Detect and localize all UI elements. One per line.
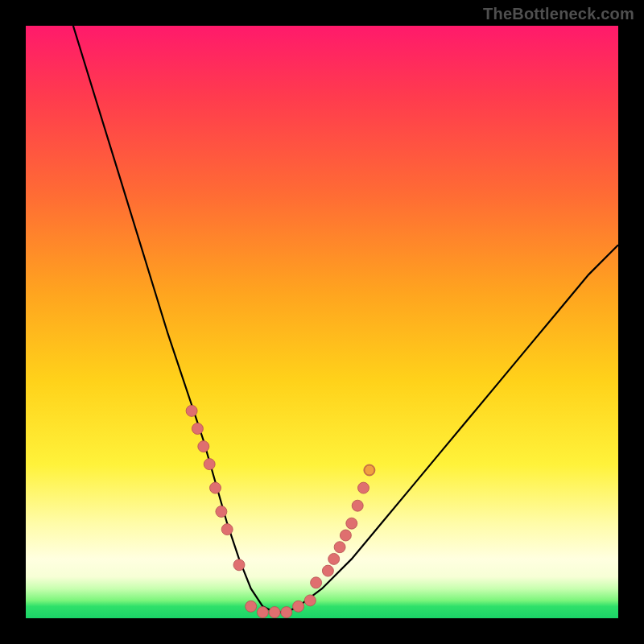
- svg-point-10: [328, 553, 340, 564]
- svg-point-15: [358, 482, 369, 493]
- svg-point-17: [246, 601, 257, 612]
- svg-point-12: [340, 530, 351, 541]
- svg-point-18: [257, 607, 268, 618]
- chart-stage: TheBottleneck.com: [0, 0, 644, 644]
- markers-left-branch: [186, 405, 245, 570]
- svg-point-8: [311, 577, 322, 588]
- svg-point-21: [293, 601, 304, 612]
- svg-point-5: [216, 506, 227, 518]
- svg-point-4: [210, 482, 221, 493]
- bottleneck-curve: [73, 26, 618, 613]
- svg-point-0: [186, 405, 197, 416]
- svg-point-1: [192, 423, 203, 435]
- marker-highlight: [365, 465, 374, 475]
- svg-point-9: [322, 565, 333, 576]
- svg-point-22: [304, 595, 316, 606]
- svg-point-7: [233, 559, 245, 571]
- svg-point-14: [352, 500, 363, 511]
- svg-point-19: [269, 607, 280, 618]
- markers-valley: [246, 595, 316, 618]
- svg-point-3: [204, 459, 215, 470]
- svg-point-6: [221, 524, 233, 535]
- svg-point-13: [346, 518, 357, 529]
- plot-area: [26, 26, 618, 618]
- watermark-text: TheBottleneck.com: [483, 5, 634, 23]
- svg-point-2: [198, 441, 209, 452]
- svg-point-20: [281, 607, 292, 618]
- chart-svg: [26, 26, 618, 618]
- svg-point-23: [365, 465, 374, 475]
- markers-right-branch: [311, 464, 375, 588]
- svg-point-11: [334, 542, 345, 553]
